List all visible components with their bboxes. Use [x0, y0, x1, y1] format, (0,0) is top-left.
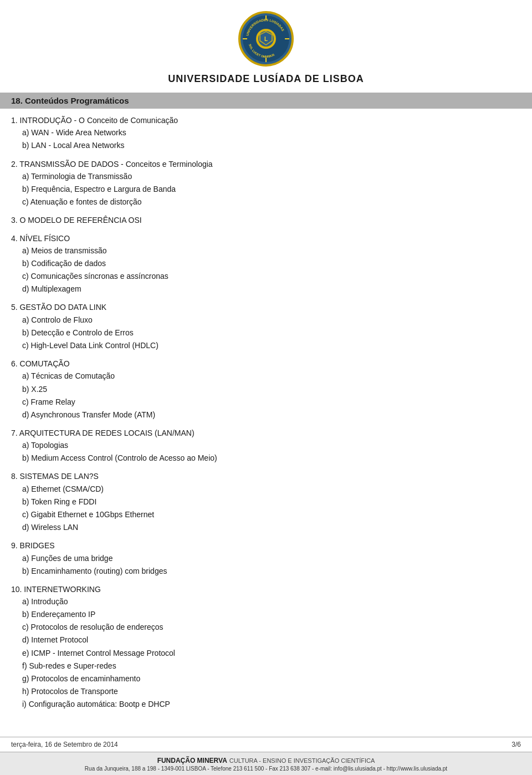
sub-item: b) Detecção e Controlo de Erros — [11, 327, 521, 339]
contact-info: Rua da Junqueira, 188 a 198 - 1349-001 L… — [11, 766, 521, 772]
sub-item: a) Meios de transmissão — [11, 244, 521, 257]
foundation-subtitle: CULTURA - ENSINO E INVESTIGAÇÃO CIENTÍFI… — [229, 757, 375, 764]
sub-item: b) Endereçamento IP — [11, 608, 521, 621]
sub-item: e) ICMP - Internet Control Message Proto… — [11, 647, 521, 660]
sub-item: d) Internet Protocol — [11, 634, 521, 646]
sub-item: b) LAN - Local Area Networks — [11, 139, 521, 152]
list-item: 4. NÍVEL FÍSICO a) Meios de transmissão … — [11, 232, 521, 296]
sub-item: b) Medium Access Control (Controlo de Ac… — [11, 452, 521, 465]
list-item: 9. BRIDGES a) Funções de uma bridge b) E… — [11, 539, 521, 578]
list-item: 8. SISTEMAS DE LAN?S a) Ethernet (CSMA/C… — [11, 470, 521, 534]
sub-item: c) Atenuação e fontes de distorção — [11, 196, 521, 208]
foundation-info: FUNDAÇÃO MINERVA CULTURA - ENSINO E INVE… — [11, 756, 521, 764]
university-name: UNIVERSIDADE LUSÍADA DE LISBOA — [168, 73, 364, 85]
sub-item: d) Asynchronous Transfer Mode (ATM) — [11, 409, 521, 421]
page-container: UNIVERSIDADES LUSÍADAS SOL LUCET OMNIBUS… — [0, 0, 532, 775]
sub-item: a) Introdução — [11, 595, 521, 608]
sub-item: d) Multiplexagem — [11, 283, 521, 295]
item-label: 6. COMUTAÇÃO — [11, 358, 521, 370]
sub-item: a) Topologias — [11, 439, 521, 452]
item-label: 2. TRANSMISSÃO DE DADOS - Conceitos e Te… — [11, 158, 521, 170]
item-label: 4. NÍVEL FÍSICO — [11, 232, 521, 244]
footer-date: terça-feira, 16 de Setembro de 2014 — [11, 741, 118, 748]
sub-item: a) Funções de uma bridge — [11, 552, 521, 565]
sub-item: h) Protocolos de Transporte — [11, 685, 521, 698]
sub-item: b) Token Ring e FDDI — [11, 496, 521, 508]
sub-item: b) Frequência, Espectro e Largura de Ban… — [11, 183, 521, 196]
item-label: 8. SISTEMAS DE LAN?S — [11, 470, 521, 482]
item-label: 1. INTRODUÇÃO - O Conceito de Comunicaçã… — [11, 114, 521, 126]
sub-item: a) WAN - Wide Area Networks — [11, 126, 521, 139]
page-header: UNIVERSIDADES LUSÍADAS SOL LUCET OMNIBUS… — [0, 0, 532, 93]
sub-item: a) Ethernet (CSMA/CD) — [11, 483, 521, 496]
item-label: 7. ARQUITECTURA DE REDES LOCAIS (LAN/MAN… — [11, 427, 521, 439]
svg-text:L: L — [264, 36, 268, 42]
sub-item: c) Gigabit Ethernet e 10Gbps Ethernet — [11, 508, 521, 521]
sub-item: g) Protocolos de encaminhamento — [11, 672, 521, 685]
sub-item: c) Comunicações síncronas e assíncronas — [11, 270, 521, 283]
sub-item: i) Configuração automática: Bootp e DHCP — [11, 698, 521, 711]
list-item: 5. GESTÃO DO DATA LINK a) Controlo de Fl… — [11, 301, 521, 352]
list-item: 6. COMUTAÇÃO a) Técnicas de Comutação b)… — [11, 358, 521, 421]
sub-item: a) Técnicas de Comutação — [11, 370, 521, 383]
list-item: 7. ARQUITECTURA DE REDES LOCAIS (LAN/MAN… — [11, 427, 521, 465]
section-title-bar: 18. Conteúdos Programáticos — [0, 93, 532, 109]
sub-item: b) Encaminhamento (routing) com bridges — [11, 565, 521, 578]
item-label: 3. O MODELO DE REFERÊNCIA OSI — [11, 214, 521, 226]
item-label: 10. INTERNETWORKING — [11, 583, 521, 595]
item-label: 5. GESTÃO DO DATA LINK — [11, 301, 521, 313]
list-item: 10. INTERNETWORKING a) Introdução b) End… — [11, 583, 521, 711]
sub-item: b) Codificação de dados — [11, 257, 521, 270]
sub-item: c) Protocolos de resolução de endereços — [11, 621, 521, 634]
list-item: 3. O MODELO DE REFERÊNCIA OSI — [11, 214, 521, 226]
section-title: 18. Conteúdos Programáticos — [11, 96, 129, 105]
sub-item: c) High-Level Data Link Control (HDLC) — [11, 339, 521, 352]
item-label: 9. BRIDGES — [11, 539, 521, 552]
page-footer: terça-feira, 16 de Setembro de 2014 3/6 — [0, 737, 532, 752]
foundation-name: FUNDAÇÃO MINERVA — [157, 757, 227, 764]
sub-item: a) Terminologia de Transmissão — [11, 170, 521, 183]
sub-item: a) Controlo de Fluxo — [11, 314, 521, 327]
list-item: 2. TRANSMISSÃO DE DADOS - Conceitos e Te… — [11, 158, 521, 209]
bottom-bar: FUNDAÇÃO MINERVA CULTURA - ENSINO E INVE… — [0, 752, 532, 775]
sub-item: d) Wireless LAN — [11, 521, 521, 534]
sub-item: b) X.25 — [11, 383, 521, 396]
footer-page: 3/6 — [511, 741, 521, 748]
content-area: 1. INTRODUÇÃO - O Conceito de Comunicaçã… — [0, 109, 532, 737]
sub-item: f) Sub-redes e Super-redes — [11, 660, 521, 672]
sub-item: c) Frame Relay — [11, 396, 521, 409]
university-logo: UNIVERSIDADES LUSÍADAS SOL LUCET OMNIBUS… — [238, 11, 294, 67]
list-item: 1. INTRODUÇÃO - O Conceito de Comunicaçã… — [11, 114, 521, 152]
